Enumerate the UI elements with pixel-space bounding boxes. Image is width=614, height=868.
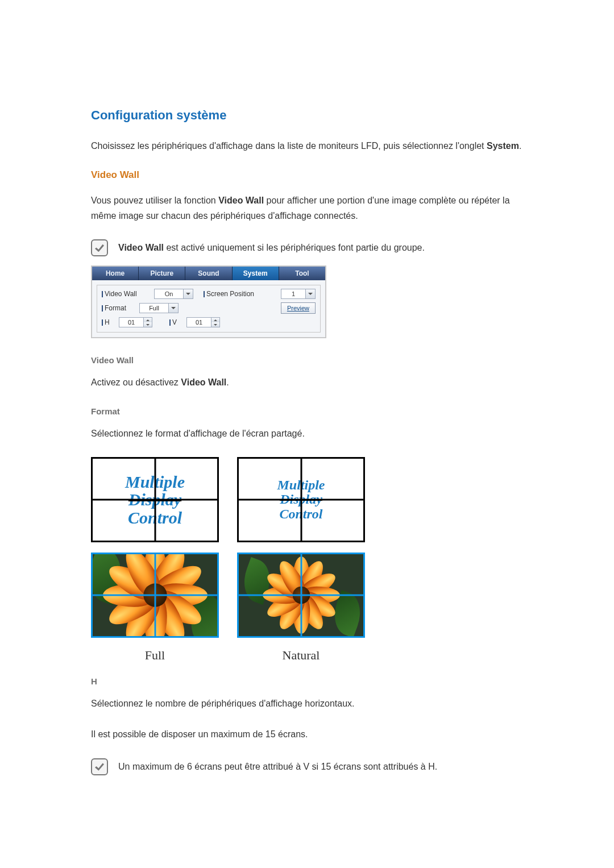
tab-home[interactable]: Home xyxy=(92,267,139,280)
sub-h-desc: Sélectionnez le nombre de périphériques … xyxy=(91,696,523,711)
videowall-desc-bold: Video Wall xyxy=(218,196,264,205)
label-h: H xyxy=(102,318,115,326)
document-page: Configuration système Choisissez les pér… xyxy=(0,0,614,868)
tab-tool[interactable]: Tool xyxy=(279,267,325,280)
format-illustration: Multiple Display Control Multiple Displa… xyxy=(91,457,523,663)
note-icon xyxy=(91,758,108,775)
note-text-1: Video Wall est activé uniquement si les … xyxy=(118,239,425,255)
panel-row-3: H 01 V 01 xyxy=(102,317,316,327)
sub-videowall-pre: Activez ou désactivez xyxy=(91,377,181,387)
spinner-v[interactable]: 01 xyxy=(186,317,220,327)
label-v: V xyxy=(169,318,183,326)
chevron-down-icon xyxy=(305,289,315,298)
preview-button[interactable]: Preview xyxy=(281,302,316,314)
format-full-text-tile: Multiple Display Control xyxy=(91,457,219,542)
sub-format-desc: Sélectionnez le format d'affichage de l'… xyxy=(91,426,523,441)
panel-tabs: Home Picture Sound System Tool xyxy=(92,267,325,280)
intro-text-pre: Choisissez les périphériques d'affichage… xyxy=(91,141,487,151)
format-full-image-tile xyxy=(91,553,219,638)
tab-system[interactable]: System xyxy=(233,267,279,280)
chevron-down-icon xyxy=(144,322,152,327)
sub-videowall-desc: Activez ou désactivez Video Wall. xyxy=(91,375,523,390)
label-screenposition: Screen Position xyxy=(204,290,254,298)
format-label-full: Full xyxy=(91,648,219,663)
videowall-heading: Video Wall xyxy=(91,169,523,181)
select-format-value: Full xyxy=(140,305,168,312)
select-videowall[interactable]: On xyxy=(154,289,193,299)
sub-h-title: H xyxy=(91,676,523,686)
panel-inner: Video Wall On Screen Position 1 Format xyxy=(97,285,321,333)
select-videowall-value: On xyxy=(155,290,183,297)
sub-h-limit: Il est possible de disposer un maximum d… xyxy=(91,727,523,742)
chevron-up-icon xyxy=(144,318,152,322)
intro-text-bold: System xyxy=(487,141,519,151)
note1-post: est activé uniquement si les périphériqu… xyxy=(164,243,425,252)
intro-text-post: . xyxy=(519,141,521,151)
spinner-v-value: 01 xyxy=(187,318,211,327)
label-format: Format xyxy=(102,304,136,312)
note-block-1: Video Wall est activé uniquement si les … xyxy=(91,239,523,256)
chevron-down-icon xyxy=(183,289,193,298)
tab-picture[interactable]: Picture xyxy=(139,267,185,280)
sub-videowall-bold: Video Wall xyxy=(181,377,226,387)
format-natural-text-tile: Multiple Display Control xyxy=(237,457,365,542)
chevron-down-icon xyxy=(168,304,178,313)
chevron-down-icon xyxy=(211,322,219,327)
system-panel: Home Picture Sound System Tool Video Wal… xyxy=(91,265,326,338)
tab-sound[interactable]: Sound xyxy=(185,267,232,280)
select-screenposition-value: 1 xyxy=(281,290,305,297)
chevron-up-icon xyxy=(211,318,219,322)
sub-videowall-post: . xyxy=(226,377,229,387)
label-videowall: Video Wall xyxy=(102,290,151,298)
section-intro: Choisissez les périphériques d'affichage… xyxy=(91,139,523,153)
note-text-2: Un maximum de 6 écrans peut être attribu… xyxy=(118,758,437,774)
format-natural-image-tile xyxy=(237,553,365,638)
select-format[interactable]: Full xyxy=(139,303,179,313)
section-title: Configuration système xyxy=(91,108,523,123)
sub-videowall-title: Video Wall xyxy=(91,355,523,365)
select-screenposition[interactable]: 1 xyxy=(281,289,316,299)
panel-row-1: Video Wall On Screen Position 1 xyxy=(102,289,316,299)
note-block-2: Un maximum de 6 écrans peut être attribu… xyxy=(91,758,523,775)
videowall-desc: Vous pouvez utiliser la fonction Video W… xyxy=(91,193,523,223)
panel-row-2: Format Full Preview xyxy=(102,302,316,314)
spinner-h[interactable]: 01 xyxy=(119,317,152,327)
note-icon xyxy=(91,239,108,256)
videowall-desc-pre: Vous pouvez utiliser la fonction xyxy=(91,196,218,205)
note1-bold: Video Wall xyxy=(118,243,164,252)
sub-format-title: Format xyxy=(91,406,523,416)
format-label-natural: Natural xyxy=(237,648,365,663)
spinner-h-value: 01 xyxy=(119,318,143,327)
